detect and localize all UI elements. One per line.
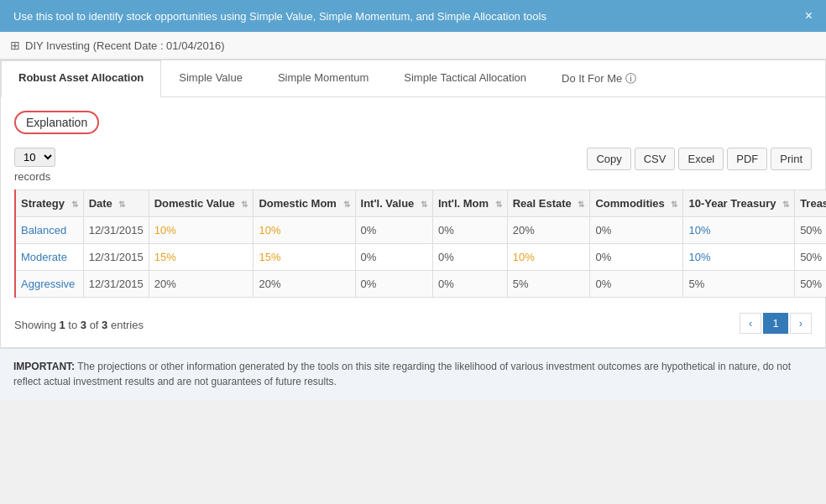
header-label: DIY Investing (Recent Date : 01/04/2016) xyxy=(25,39,225,52)
cell-commodities: 0% xyxy=(590,217,683,244)
top-banner: Use this tool to identify stock opportun… xyxy=(0,0,826,32)
tab-simple-tactical-allocation[interactable]: Simple Tactical Allocation xyxy=(386,60,544,96)
sort-arrows-domestic-mom[interactable]: ⇅ xyxy=(343,200,350,209)
cell-commodities: 0% xyxy=(590,244,683,271)
excel-button[interactable]: Excel xyxy=(678,148,724,170)
col-commodities: Commodities ⇅ xyxy=(590,190,683,217)
explanation-button[interactable]: Explanation xyxy=(14,111,99,134)
csv-button[interactable]: CSV xyxy=(635,148,676,170)
sort-arrows-real-estate[interactable]: ⇅ xyxy=(578,200,584,209)
cell-real-estate: 5% xyxy=(507,271,590,298)
records-label: records xyxy=(14,170,55,183)
pagination: ‹ 1 › xyxy=(740,313,812,334)
cell-intl-value: 0% xyxy=(355,217,432,244)
page-1-button[interactable]: 1 xyxy=(763,313,787,334)
table-row: Aggressive 12/31/2015 20% 20% 0% 0% 5% 0… xyxy=(15,271,826,298)
pdf-button[interactable]: PDF xyxy=(727,148,767,170)
next-page-button[interactable]: › xyxy=(790,313,812,334)
cell-intl-value: 0% xyxy=(355,244,432,271)
prev-page-button[interactable]: ‹ xyxy=(740,313,761,334)
cell-domestic-value: 20% xyxy=(149,271,254,298)
sort-arrows-commodities[interactable]: ⇅ xyxy=(671,200,677,209)
col-intl-mom: Int'l. Mom ⇅ xyxy=(432,190,507,217)
cell-intl-value: 0% xyxy=(355,271,432,298)
sort-arrows-intl-mom[interactable]: ⇅ xyxy=(495,200,502,209)
cell-treasury-bill: 50% xyxy=(795,217,826,244)
col-real-estate: Real Estate ⇅ xyxy=(507,190,590,217)
cell-treasury-bill: 50% xyxy=(795,271,826,298)
showing-text: Showing 1 to 3 of 3 entries xyxy=(14,319,144,331)
records-select-wrap: 10 25 50 xyxy=(14,148,55,167)
sort-arrows-domestic-value[interactable]: ⇅ xyxy=(241,200,248,209)
print-button[interactable]: Print xyxy=(771,148,812,170)
cell-real-estate: 10% xyxy=(507,244,590,271)
banner-text: Use this tool to identify stock opportun… xyxy=(13,10,546,23)
table-row: Moderate 12/31/2015 15% 15% 0% 0% 10% 0%… xyxy=(15,244,826,271)
tab-simple-momentum[interactable]: Simple Momentum xyxy=(260,60,386,96)
cell-date: 12/31/2015 xyxy=(83,217,149,244)
cell-ten-year-treasury: 5% xyxy=(683,271,795,298)
tab-simple-value[interactable]: Simple Value xyxy=(161,60,260,96)
cell-domestic-value: 10% xyxy=(149,217,254,244)
export-buttons: Copy CSV Excel PDF Print xyxy=(587,148,812,170)
cell-intl-mom: 0% xyxy=(432,244,507,271)
cell-domestic-value: 15% xyxy=(149,244,254,271)
cell-strategy: Moderate xyxy=(15,244,83,271)
sort-arrows-date[interactable]: ⇅ xyxy=(118,200,125,209)
cell-treasury-bill: 50% xyxy=(795,244,826,271)
sort-arrows-strategy[interactable]: ⇅ xyxy=(71,200,78,209)
col-ten-year-treasury: 10-Year Treasury ⇅ xyxy=(683,190,795,217)
cell-domestic-mom: 10% xyxy=(254,217,355,244)
tab-content: Explanation 10 25 50 records Copy CSV Ex… xyxy=(1,97,825,347)
banner-close-icon[interactable]: × xyxy=(805,8,813,23)
cell-intl-mom: 0% xyxy=(432,271,507,298)
footer-note: IMPORTANT: The projections or other info… xyxy=(0,348,826,399)
col-domestic-value: Domestic Value ⇅ xyxy=(149,190,254,217)
table-row: Balanced 12/31/2015 10% 10% 0% 0% 20% 0%… xyxy=(15,217,826,244)
cell-date: 12/31/2015 xyxy=(83,244,149,271)
cell-strategy: Balanced xyxy=(15,217,83,244)
cell-commodities: 0% xyxy=(590,271,683,298)
main-container: Robust Asset Allocation Simple Value Sim… xyxy=(0,60,826,348)
cell-ten-year-treasury: 10% xyxy=(683,244,795,271)
cell-domestic-mom: 20% xyxy=(254,271,355,298)
cell-strategy: Aggressive xyxy=(15,271,83,298)
showing-pagination-row: Showing 1 to 3 of 3 entries ‹ 1 › xyxy=(14,306,812,334)
tab-do-it-for-me[interactable]: Do It For Me ⓘ xyxy=(544,60,654,96)
col-intl-value: Int'l. Value ⇅ xyxy=(355,190,432,217)
data-table: Strategy ⇅ Date ⇅ Domestic Value ⇅ Domes… xyxy=(14,190,826,298)
cell-intl-mom: 0% xyxy=(432,217,507,244)
cell-domestic-mom: 15% xyxy=(254,244,355,271)
footer-text: The projections or other information gen… xyxy=(13,361,791,387)
sort-arrows-ten-year-treasury[interactable]: ⇅ xyxy=(782,200,789,209)
tab-robust-asset-allocation[interactable]: Robust Asset Allocation xyxy=(1,60,161,97)
grid-icon: ⊞ xyxy=(10,39,20,52)
footer-bold: IMPORTANT: xyxy=(13,361,75,372)
col-strategy: Strategy ⇅ xyxy=(15,190,83,217)
sort-arrows-intl-value[interactable]: ⇅ xyxy=(421,200,427,209)
col-treasury-bill: Treasury Bill ⇅ xyxy=(795,190,826,217)
tab-bar: Robust Asset Allocation Simple Value Sim… xyxy=(1,60,825,97)
records-per-page-select[interactable]: 10 25 50 xyxy=(14,148,55,167)
cell-ten-year-treasury: 10% xyxy=(683,217,795,244)
cell-date: 12/31/2015 xyxy=(83,271,149,298)
col-date: Date ⇅ xyxy=(83,190,149,217)
col-domestic-mom: Domestic Mom ⇅ xyxy=(254,190,355,217)
records-control: 10 25 50 records xyxy=(14,148,55,183)
copy-button[interactable]: Copy xyxy=(587,148,630,170)
cell-real-estate: 20% xyxy=(507,217,590,244)
header-bar: ⊞ DIY Investing (Recent Date : 01/04/201… xyxy=(0,32,826,60)
toolbar: 10 25 50 records Copy CSV Excel PDF Prin… xyxy=(14,148,812,183)
